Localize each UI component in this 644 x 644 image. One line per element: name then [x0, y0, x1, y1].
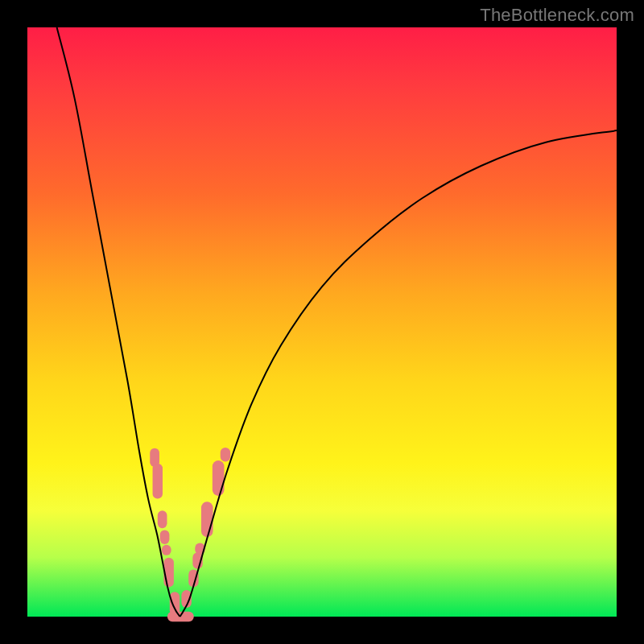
- plot-area: [27, 27, 617, 617]
- chart-svg: [27, 27, 617, 617]
- data-marker: [221, 448, 230, 462]
- watermark-text: TheBottleneck.com: [480, 5, 634, 26]
- data-marker: [213, 460, 225, 496]
- data-marker: [160, 530, 170, 544]
- data-marker: [158, 510, 167, 528]
- chart-frame: TheBottleneck.com: [0, 0, 644, 644]
- curve-left: [57, 27, 180, 617]
- curve-right: [180, 130, 617, 617]
- data-marker: [201, 502, 213, 537]
- data-marker: [162, 545, 171, 555]
- data-marker: [153, 464, 163, 499]
